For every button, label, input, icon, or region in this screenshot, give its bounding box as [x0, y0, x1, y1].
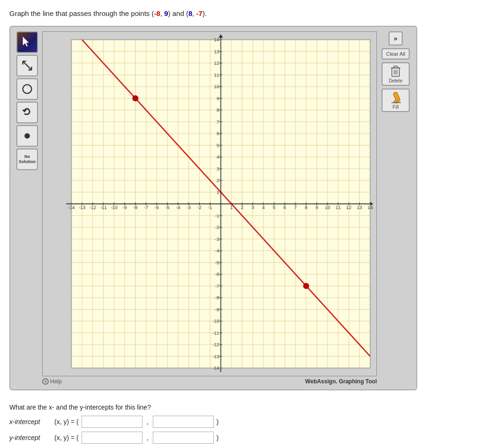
delete-button[interactable]: Delete: [382, 62, 410, 86]
graph-canvas[interactable]: [42, 31, 377, 376]
x-intercept-eq: (x, y) = (: [54, 418, 79, 426]
y-intercept-label: y-intercept: [9, 434, 52, 441]
svg-text:?: ?: [44, 380, 47, 384]
help-link[interactable]: ? Help: [42, 378, 62, 385]
y-intercept-eq: (x, y) = (: [54, 434, 79, 441]
right-toolbar: » Clear All Delete Fill: [380, 31, 412, 112]
y-intercept-comma: ,: [147, 434, 149, 441]
trash-icon: [390, 65, 401, 77]
x-intercept-row: x-intercept (x, y) = ( , ): [9, 416, 471, 428]
clear-all-button[interactable]: Clear All: [382, 48, 410, 60]
bottom-bar: ? Help WebAssign. Graphing Tool: [42, 378, 377, 385]
x-intercept-comma: ,: [147, 418, 149, 426]
y-intercept-close: ): [217, 434, 219, 441]
x-intercept-label: x-intercept: [9, 418, 52, 426]
left-toolbar: No Solution: [15, 31, 39, 170]
undo-tool-button[interactable]: [16, 102, 38, 123]
y-intercept-input1[interactable]: [82, 432, 142, 444]
webassign-credit: WebAssign. Graphing Tool: [305, 378, 377, 385]
graph-section: ? Help WebAssign. Graphing Tool: [42, 31, 377, 385]
resize-tool-button[interactable]: [16, 55, 38, 76]
svg-line-1: [23, 61, 32, 70]
fill-button[interactable]: Fill: [382, 89, 410, 112]
y-intercept-row: y-intercept (x, y) = ( , ): [9, 432, 471, 444]
graphing-tool: No Solution ? Help WebAssign. Graphing T…: [9, 26, 417, 390]
svg-point-6: [23, 85, 32, 94]
intercepts-question: What are the x- and the y-intercepts for…: [9, 403, 471, 411]
circle-tool-button[interactable]: [16, 78, 38, 100]
x-intercept-input1[interactable]: [82, 416, 142, 428]
fill-icon: [390, 91, 401, 104]
svg-point-7: [24, 133, 30, 139]
svg-marker-0: [23, 37, 29, 46]
x-intercept-close: ): [217, 418, 219, 426]
help-icon: ?: [42, 378, 49, 385]
problem-title: Graph the line that passes through the p…: [9, 9, 471, 17]
intercepts-section: What are the x- and the y-intercepts for…: [9, 403, 471, 444]
expand-button[interactable]: »: [389, 31, 403, 45]
no-solution-button[interactable]: No Solution: [16, 149, 38, 170]
select-tool-button[interactable]: [16, 31, 38, 53]
point-tool-button[interactable]: [16, 125, 38, 147]
x-intercept-input2[interactable]: [153, 416, 214, 428]
y-intercept-input2[interactable]: [153, 432, 214, 444]
svg-rect-12: [394, 66, 398, 68]
